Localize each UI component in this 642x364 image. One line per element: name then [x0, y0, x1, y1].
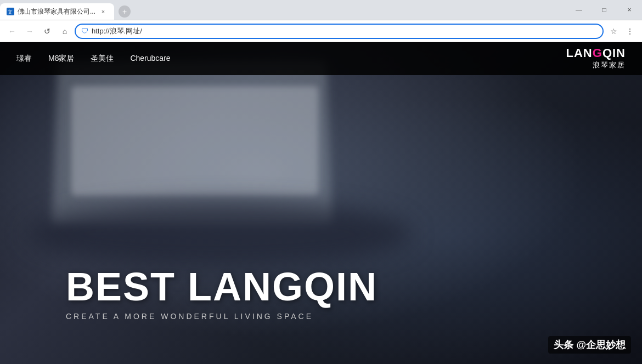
address-input[interactable] [92, 27, 597, 35]
back-icon: ← [8, 27, 16, 36]
logo-accent: G [593, 46, 602, 60]
browser-controls: — □ × [566, 0, 642, 20]
refresh-button[interactable]: ↺ [40, 24, 55, 39]
hero-subtitle: CREATE A MORE WONDERFUL LIVING SPACE [66, 312, 378, 321]
new-tab-icon: + [119, 5, 131, 18]
nav-item-1[interactable]: M8家居 [48, 54, 74, 64]
watermark: 头条 @企思妙想 [548, 336, 631, 354]
refresh-icon: ↺ [44, 27, 50, 36]
nav-item-2[interactable]: 圣美佳 [91, 54, 114, 64]
tab-favicon: 文 [7, 8, 14, 15]
address-bar-container: 🛡 [75, 24, 604, 39]
webpage: 璟睿 M8家居 圣美佳 Cherubcare LANGQIN 浪琴家居 BEST… [0, 42, 642, 364]
site-header: 璟睿 M8家居 圣美佳 Cherubcare LANGQIN 浪琴家居 [0, 42, 642, 75]
logo-main-text: LANGQIN [566, 47, 626, 59]
maximize-button[interactable]: □ [592, 0, 617, 20]
new-tab-button[interactable]: + [116, 3, 133, 20]
logo-subtitle: 浪琴家居 [593, 60, 626, 70]
home-icon: ⌂ [63, 27, 67, 36]
site-logo: LANGQIN 浪琴家居 [566, 47, 626, 70]
active-tab[interactable]: 文 佛山市浪琴家具有限公司... × [0, 3, 114, 20]
browser-window: 文 佛山市浪琴家具有限公司... × + — □ × ← → ↺ ⌂ [0, 0, 642, 364]
tab-close-button[interactable]: × [99, 7, 108, 16]
nav-extra-buttons: ☆ ⋮ [606, 24, 638, 39]
svg-text:文: 文 [8, 9, 13, 15]
minimize-button[interactable]: — [566, 0, 592, 20]
bookmark-button[interactable]: ☆ [606, 24, 621, 39]
forward-icon: → [26, 27, 33, 36]
nav-item-3[interactable]: Cherubcare [130, 54, 170, 64]
bookmark-icon: ☆ [610, 27, 617, 36]
hero-blur-shape-2 [71, 86, 318, 196]
tab-title: 佛山市浪琴家具有限公司... [18, 7, 95, 16]
forward-button[interactable]: → [22, 24, 37, 39]
hero-blur-shape-3 [27, 201, 412, 267]
nav-bar: ← → ↺ ⌂ 🛡 ☆ ⋮ [0, 20, 642, 42]
menu-icon: ⋮ [626, 27, 634, 36]
nav-item-0[interactable]: 璟睿 [16, 54, 32, 64]
security-icon: 🛡 [81, 27, 88, 35]
back-button[interactable]: ← [4, 24, 20, 39]
home-button[interactable]: ⌂ [57, 24, 72, 39]
site-nav: 璟睿 M8家居 圣美佳 Cherubcare [16, 54, 566, 64]
menu-button[interactable]: ⋮ [622, 24, 638, 39]
hero-text-block: BEST LANGQIN CREATE A MORE WONDERFUL LIV… [66, 267, 378, 321]
close-button[interactable]: × [617, 0, 642, 20]
hero-title: BEST LANGQIN [66, 267, 378, 306]
